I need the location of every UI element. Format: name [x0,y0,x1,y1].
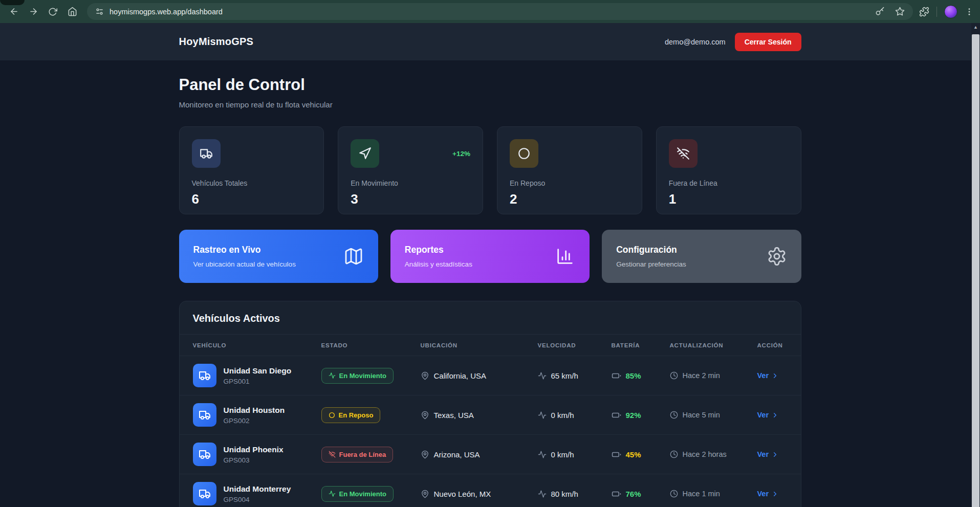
column-header: BATERÍA [612,342,670,348]
vehicle-code: GPS002 [224,417,285,425]
page-title: Panel de Control [179,76,801,94]
map-icon [343,246,364,267]
table-row: Unidad San Diego GPS001 En Movimiento [180,356,801,395]
vehicle-code: GPS004 [224,496,291,503]
bookmark-star-icon[interactable] [895,7,905,16]
column-header: ESTADO [321,342,421,348]
battery-icon [612,410,621,420]
logout-button[interactable]: Cerrar Sesión [735,33,801,51]
vehicle-name: Unidad Houston [224,406,285,415]
stat-card-moving: +12% En Movimiento 3 [338,126,483,214]
action-card-reports[interactable]: Reportes Análisis y estadísticas [390,230,590,283]
actions-grid: Rastreo en Vivo Ver ubicación actual de … [179,230,801,283]
battery-icon [612,489,621,499]
password-key-icon[interactable] [875,7,885,16]
view-vehicle-link[interactable]: Ver [757,371,788,380]
stat-card-offline: Fuera de Línea 1 [656,126,801,214]
extensions-puzzle-icon[interactable] [919,7,929,17]
scrollbar-thumb[interactable] [972,34,979,507]
action-card-settings[interactable]: Configuración Gestionar preferencias [602,230,801,283]
activity-icon [538,450,547,459]
bar-chart-icon [555,246,575,267]
action-subtitle: Ver ubicación actual de vehículos [193,260,296,268]
action-subtitle: Gestionar preferencias [616,260,686,268]
battery-icon [612,450,621,459]
clock-icon [670,411,678,419]
view-vehicle-link[interactable]: Ver [757,490,788,498]
home-button[interactable] [63,3,81,20]
action-title: Configuración [616,245,686,255]
dashboard-main: Panel de Control Monitoreo en tiempo rea… [0,60,980,507]
stat-label: En Reposo [510,179,629,187]
vehicle-speed: 65 km/h [551,371,578,380]
reload-button[interactable] [44,3,61,20]
user-email: demo@demo.com [665,38,726,46]
view-link-label: Ver [757,411,769,419]
chevron-right-icon [771,372,779,380]
vehicle-truck-icon [193,403,216,427]
status-badge: En Movimiento [321,368,394,384]
table-row: Unidad Houston GPS002 En Reposo [180,395,801,434]
vehicle-name: Unidad San Diego [224,366,292,376]
address-bar[interactable]: hoymismogps.web.app/dashboard [87,3,913,20]
activity-icon [329,490,336,497]
vehicle-updated: Hace 1 min [683,490,720,498]
forward-arrow-icon [29,7,38,16]
clock-icon [670,490,678,498]
action-subtitle: Análisis y estadísticas [405,260,472,268]
scrollbar-up-arrow[interactable]: ▲ [971,23,980,32]
forward-button[interactable] [25,3,42,20]
stat-card-idle: En Reposo 2 [497,126,642,214]
status-badge: En Movimiento [321,486,394,502]
active-vehicles-panel: Vehículos Activos VEHÍCULOESTADOUBICACIÓ… [179,301,801,507]
stat-card-total-vehicles: Vehículos Totales 6 [179,126,324,214]
vehicle-name: Unidad Monterrey [224,484,291,494]
truck-icon [192,139,221,168]
table-body: Unidad San Diego GPS001 En Movimiento [180,356,801,507]
vehicle-location: Nuevo León, MX [434,490,491,498]
activity-icon [538,411,547,420]
table-row: Unidad Monterrey GPS004 En Movimiento [180,474,801,507]
url-text[interactable]: hoymismogps.web.app/dashboard [110,8,223,16]
stat-delta-badge: +12% [452,150,470,158]
column-header: UBICACIÓN [421,342,538,348]
stat-value: 1 [669,191,789,207]
activity-icon [329,372,336,379]
page-subtitle: Monitoreo en tiempo real de tu flota veh… [179,100,801,109]
vehicle-location: Arizona, USA [434,450,480,459]
back-button[interactable] [5,3,23,20]
map-pin-icon [421,411,429,420]
profile-avatar[interactable] [944,5,957,18]
gear-icon [767,246,787,267]
battery-icon [612,371,621,381]
clock-icon [670,371,678,380]
column-header: ACTUALIZACIÓN [670,342,757,348]
stat-label: Fuera de Línea [669,179,789,187]
status-label: En Reposo [339,411,374,419]
view-link-label: Ver [757,490,769,498]
vehicle-speed: 0 km/h [551,450,574,459]
view-link-label: Ver [757,450,769,458]
page-scrollbar[interactable]: ▲ [971,23,980,507]
view-vehicle-link[interactable]: Ver [757,450,788,458]
site-settings-icon[interactable] [95,7,104,16]
wifi-off-icon [329,451,336,458]
status-badge: Fuera de Línea [321,447,394,462]
column-header: VEHÍCULO [193,342,321,348]
clock-icon [670,450,678,458]
battery-value: 92% [626,411,641,420]
battery-value: 85% [626,371,641,380]
action-card-live-tracking[interactable]: Rastreo en Vivo Ver ubicación actual de … [179,230,378,283]
vehicle-code: GPS003 [224,456,284,464]
vehicle-truck-icon [193,443,216,466]
vehicle-truck-icon [193,482,216,505]
menu-dots-icon[interactable] [965,7,974,16]
view-vehicle-link[interactable]: Ver [757,411,788,419]
vehicle-speed: 80 km/h [551,490,578,498]
map-pin-icon [421,490,429,498]
home-icon [68,7,77,16]
chevron-right-icon [771,411,779,419]
vehicle-updated: Hace 2 min [683,371,720,380]
vehicle-location: California, USA [434,371,487,380]
stat-label: Vehículos Totales [192,179,312,187]
